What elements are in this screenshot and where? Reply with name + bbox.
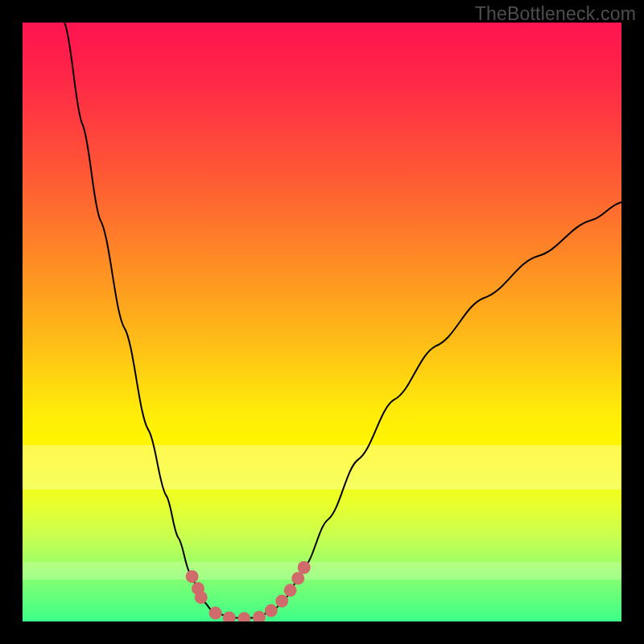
trough-marker [265,605,278,617]
trough-marker [186,570,199,583]
trough-marker [237,612,250,621]
bottleneck-curve-svg [23,23,621,621]
trough-marker-group [186,561,311,621]
trough-marker [209,607,222,620]
trough-marker [284,584,297,597]
trough-marker [275,595,288,608]
bottleneck-curve-path [64,23,621,618]
trough-marker [298,561,311,574]
chart-frame: TheBottleneck.com [0,0,644,644]
trough-marker [291,572,304,584]
trough-marker [195,591,208,604]
watermark-text: TheBottleneck.com [475,3,636,25]
trough-marker [253,611,266,621]
plot-area [23,23,621,621]
trough-marker [223,612,236,622]
